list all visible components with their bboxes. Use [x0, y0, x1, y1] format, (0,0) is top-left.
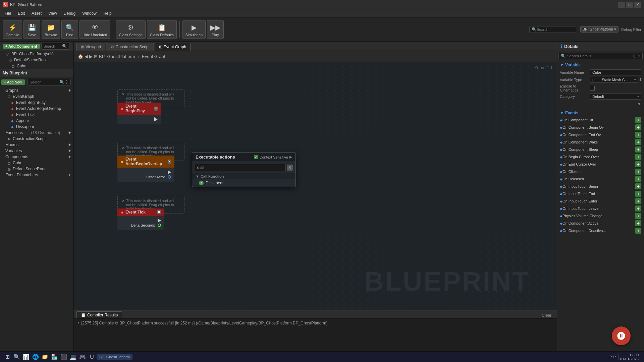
taskbar-edge[interactable]: 🌐	[31, 352, 40, 362]
close-actor-overlap[interactable]: ✕	[168, 160, 171, 164]
taskbar-widgets[interactable]: 📊	[21, 352, 31, 362]
my-blueprint-header[interactable]: My Blueprint	[0, 69, 73, 77]
add-new-button[interactable]: + Add New	[1, 79, 25, 85]
event-add-5[interactable]: +	[635, 154, 641, 160]
debug-filter[interactable]: BP_GhostPlatform ▾	[580, 26, 619, 33]
component-self[interactable]: ⬡ BP_GhostPlatform(self)	[0, 51, 73, 57]
breadcrumb-root[interactable]: BP_GhostPlatform	[99, 54, 135, 59]
taskbar-app-label[interactable]: BP_GhostPlatform	[97, 354, 132, 360]
event-tick-node[interactable]: ◆ Event Tick ✕ Delta Seconds	[117, 208, 164, 230]
add-macro-btn[interactable]: +	[68, 142, 71, 147]
menu-file[interactable]: File	[1, 10, 14, 16]
context-sensitive-checkbox[interactable]: ✓	[254, 155, 258, 159]
tab-event-graph[interactable]: ⊞ Event Graph	[155, 43, 191, 51]
taskbar-unreal[interactable]: U	[87, 352, 97, 362]
clear-button[interactable]: Clear	[539, 312, 554, 318]
details-search-input[interactable]	[567, 54, 632, 58]
event-begin-play-node[interactable]: ◆ Event BeginPlay ✕	[117, 103, 161, 124]
dissapear-item[interactable]: ◆ Dissapear	[0, 124, 73, 130]
blueprint-search-input[interactable]	[30, 80, 59, 84]
event-add-1[interactable]: +	[635, 124, 641, 130]
event-add-10[interactable]: +	[635, 191, 641, 197]
add-graph-btn[interactable]: +	[68, 88, 71, 93]
save-button[interactable]: 💾 Save	[23, 20, 40, 39]
class-defaults-button[interactable]: 📋 Class Defaults	[147, 20, 177, 39]
components-search-input[interactable]	[44, 44, 62, 48]
event-begin-play-item[interactable]: ◆ Event BeginPlay	[0, 100, 73, 106]
event-add-12[interactable]: +	[635, 205, 641, 212]
graph-area[interactable]: Zoom 1:1 BLUEPRINT ✕ This node is disabl…	[74, 62, 557, 310]
appear-item[interactable]: ◆ Appear	[0, 118, 73, 124]
component-scene-root-blueprint[interactable]: ◎ DefaultSceneRoot	[0, 166, 73, 172]
nav-forward[interactable]: ▶	[89, 54, 93, 59]
menu-window[interactable]: Window	[79, 10, 100, 16]
blueprint-search[interactable]: 🔍 ⋮	[28, 79, 71, 85]
taskbar-explorer[interactable]: 📁	[40, 352, 50, 362]
event-add-4[interactable]: +	[635, 146, 641, 153]
menu-view[interactable]: View	[45, 10, 60, 16]
tab-viewport[interactable]: ⊞ Viewport	[76, 43, 105, 51]
taskbar-epic[interactable]: 🎮	[78, 352, 87, 362]
event-add-3[interactable]: +	[635, 139, 641, 145]
variable-type-value[interactable]: ⬡ Static Mesh C... ▾	[590, 77, 638, 83]
taskbar-start[interactable]: ⊞	[3, 352, 12, 362]
hide-unrelated-button[interactable]: 👁 Hide Unrelated	[79, 20, 110, 39]
taskbar-terminal[interactable]: ⬛	[59, 352, 68, 362]
browse-button[interactable]: 📁 Browse	[42, 20, 60, 39]
event-add-8[interactable]: +	[635, 176, 641, 182]
disabled-close-3[interactable]: ✕	[122, 199, 125, 203]
event-add-11[interactable]: +	[635, 198, 641, 204]
exec-search-input[interactable]	[195, 164, 285, 171]
menu-asset[interactable]: Asset	[28, 10, 45, 16]
add-component-blueprint-btn[interactable]: +	[68, 155, 71, 159]
category-value[interactable]: Default ▾	[590, 94, 641, 100]
nav-back[interactable]: ◀	[85, 54, 88, 59]
variable-name-value[interactable]: Cube	[590, 69, 641, 75]
event-add-0[interactable]: +	[635, 117, 641, 123]
menu-debug[interactable]: Debug	[60, 10, 79, 16]
event-dispatchers-header[interactable]: Event Dispatchers +	[0, 172, 73, 178]
event-add-2[interactable]: +	[635, 132, 641, 138]
variables-header-item[interactable]: Variables +	[0, 148, 73, 154]
component-cube[interactable]: ◻ Cube	[0, 63, 73, 69]
disabled-close-2[interactable]: ✕	[122, 146, 125, 150]
event-add-9[interactable]: +	[635, 183, 641, 189]
minimize-button[interactable]: ─	[618, 2, 625, 8]
event-add-15[interactable]: +	[635, 228, 641, 234]
taskbar-store[interactable]: 🏪	[50, 352, 59, 362]
toolbar-search-input[interactable]	[537, 27, 574, 32]
event-add-6[interactable]: +	[635, 161, 641, 167]
event-add-13[interactable]: +	[635, 213, 641, 219]
functions-header-item[interactable]: Functions (18 Overridable) +	[0, 130, 73, 136]
event-add-7[interactable]: +	[635, 169, 641, 175]
components-search[interactable]: 🔍	[41, 43, 69, 50]
event-actor-overlap-node[interactable]: ◆ Event ActorBeginOverlap ✕ Other Actor	[117, 156, 174, 182]
menu-edit[interactable]: Edit	[14, 10, 28, 16]
taskbar-code[interactable]: 💻	[68, 352, 78, 362]
exec-result-item[interactable]: f Dissapear	[192, 179, 296, 187]
tab-construction-script[interactable]: ⚙ Construction Script	[106, 43, 154, 51]
add-component-button[interactable]: + Add Component	[3, 44, 40, 49]
expand-icon[interactable]: ▼	[637, 102, 641, 106]
find-button[interactable]: 🔍 Find	[61, 20, 78, 39]
add-dispatcher-btn[interactable]: +	[68, 173, 71, 177]
details-search[interactable]: 🔍 ⊞ ≡	[558, 53, 643, 59]
class-settings-button[interactable]: ⚙ Class Settings	[116, 20, 145, 39]
close-event-tick[interactable]: ✕	[157, 210, 161, 214]
graphs-header-item[interactable]: Graphs +	[0, 87, 73, 94]
disabled-close-1[interactable]: ✕	[122, 92, 125, 97]
compile-button[interactable]: ⚡ Compile	[3, 20, 22, 39]
close-begin-play[interactable]: ✕	[154, 107, 158, 111]
event-tick-item[interactable]: ◆ Event Tick	[0, 112, 73, 118]
maximize-button[interactable]: □	[626, 2, 633, 8]
event-add-14[interactable]: +	[635, 220, 641, 226]
add-variable-btn[interactable]: +	[68, 148, 71, 153]
expose-checkbox[interactable]	[590, 86, 595, 90]
construction-script-item[interactable]: ⚙ ConstructionScript	[0, 136, 73, 142]
event-actor-overlap-item[interactable]: ◆ Event ActorBeginOverlap	[0, 106, 73, 112]
menu-help[interactable]: Help	[100, 10, 115, 16]
close-button[interactable]: ✕	[634, 2, 641, 8]
component-scene-root[interactable]: ◎ DefaultSceneRoot	[0, 57, 73, 63]
toolbar-search[interactable]: 🔍	[529, 26, 576, 33]
components-blueprint-header[interactable]: Components +	[0, 154, 73, 160]
